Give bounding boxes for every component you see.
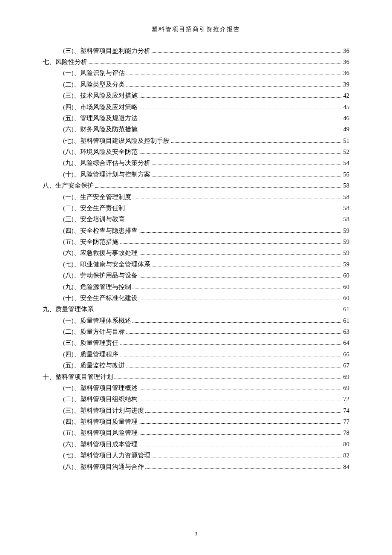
toc-leader-dots — [152, 48, 342, 53]
toc-entry-page: 59 — [343, 250, 350, 256]
toc-entry: (三)、安全培训与教育58 — [43, 214, 349, 225]
toc-entry-page: 61 — [343, 306, 350, 312]
toc-leader-dots — [139, 127, 342, 131]
toc-leader-dots — [139, 273, 342, 278]
toc-entry-label: (二)、安全生产责任制 — [63, 205, 125, 211]
toc-entry-page: 58 — [343, 216, 350, 223]
toc-entry: (三)、质量管理责任64 — [43, 338, 349, 349]
toc-leader-dots — [120, 340, 342, 345]
toc-entry: (八)、劳动保护用品与设备60 — [43, 270, 349, 281]
toc-entry-label: (一)、塑料管项目管理概述 — [63, 385, 138, 391]
toc-leader-dots — [126, 205, 342, 210]
toc-leader-dots — [152, 160, 342, 165]
toc-entry-page: 72 — [343, 396, 350, 402]
toc-entry-label: (二)、风险类型及分类 — [63, 81, 125, 88]
toc-leader-dots — [95, 306, 342, 311]
toc-leader-dots — [139, 250, 342, 255]
toc-entry-label: (七)、职业健康与安全管理体系 — [63, 261, 150, 268]
toc-entry-page: 59 — [343, 228, 350, 234]
toc-leader-dots — [139, 116, 342, 120]
toc-leader-dots — [126, 82, 342, 87]
toc-entry: (七)、职业健康与安全管理体系59 — [43, 259, 349, 270]
toc-entry-page: 46 — [343, 115, 350, 121]
toc-entry: (一)、质量管理体系概述61 — [43, 315, 349, 326]
toc-leader-dots — [139, 104, 342, 109]
toc-leader-dots — [139, 396, 342, 401]
toc-leader-dots — [139, 442, 342, 446]
toc-entry-label: (三)、技术风险及应对措施 — [63, 92, 138, 99]
toc-entry-page: 45 — [343, 104, 350, 110]
toc-entry-label: 七、风险性分析 — [43, 59, 87, 65]
toc-entry-page: 80 — [343, 441, 350, 448]
toc-entry: (四)、质量管理程序66 — [43, 349, 349, 360]
toc-entry-page: 52 — [343, 149, 350, 155]
toc-entry-page: 58 — [343, 182, 350, 189]
toc-leader-dots — [139, 149, 342, 154]
toc-entry-label: (三)、质量管理责任 — [63, 340, 118, 346]
toc-entry: (三)、塑料管项目计划与进度74 — [43, 405, 349, 416]
toc-entry-page: 39 — [343, 81, 350, 88]
toc-leader-dots — [120, 352, 342, 356]
toc-entry: (二)、塑料管项目组织结构72 — [43, 394, 349, 405]
document-page: 塑料管项目招商引资推介报告 (三)、塑料管项目盈利能力分析36七、风险性分析36… — [0, 0, 392, 489]
toc-leader-dots — [133, 194, 342, 199]
toc-entry: 八、生产安全保护58 — [43, 180, 349, 191]
toc-entry-label: 十、塑料管项目管理计划 — [43, 374, 113, 380]
toc-entry-page: 59 — [343, 239, 350, 245]
toc-leader-dots — [139, 93, 342, 98]
toc-leader-dots — [126, 217, 342, 221]
toc-entry-label: (三)、安全培训与教育 — [63, 216, 125, 223]
toc-entry-label: (八)、劳动保护用品与设备 — [63, 272, 138, 279]
toc-entry: (五)、管理风险及规避方法46 — [43, 113, 349, 124]
toc-entry: 七、风险性分析36 — [43, 56, 349, 67]
toc-entry: (六)、财务风险及防范措施49 — [43, 124, 349, 135]
toc-entry-label: (八)、塑料管项目沟通与合作 — [63, 464, 144, 470]
toc-leader-dots — [139, 430, 342, 435]
toc-leader-dots — [139, 385, 342, 390]
page-header: 塑料管项目招商引资推介报告 — [43, 26, 349, 33]
toc-leader-dots — [152, 262, 342, 266]
toc-entry-label: (七)、塑料管项目人力资源管理 — [63, 452, 150, 459]
toc-entry-page: 63 — [343, 329, 350, 335]
toc-entry-label: (三)、塑料管项目盈利能力分析 — [63, 48, 150, 54]
toc-entry-page: 69 — [343, 374, 350, 380]
toc-entry: (一)、风险识别与评估36 — [43, 68, 349, 79]
toc-entry-label: (七)、塑料管项目建设风险及控制手段 — [63, 138, 170, 144]
toc-entry: (九)、危险源管理与控制60 — [43, 281, 349, 292]
toc-entry: (九)、风险综合评估与决策分析54 — [43, 158, 349, 169]
toc-entry-label: (五)、塑料管项目风险管理 — [63, 430, 138, 436]
toc-entry-page: 78 — [343, 430, 350, 436]
toc-entry-label: (二)、质量方针与目标 — [63, 329, 125, 335]
toc-entry-page: 60 — [343, 284, 350, 290]
toc-entry: (一)、生产安全管理制度58 — [43, 191, 349, 202]
toc-entry-page: 56 — [343, 171, 350, 178]
toc-entry-label: (一)、质量管理体系概述 — [63, 318, 131, 324]
toc-entry-label: (六)、应急救援与事故处理 — [63, 250, 138, 256]
toc-entry-label: (六)、塑料管项目成本管理 — [63, 441, 138, 448]
toc-leader-dots — [126, 329, 342, 334]
toc-entry-label: (四)、市场风险及应对策略 — [63, 104, 138, 110]
toc-entry: (六)、应急救援与事故处理59 — [43, 248, 349, 259]
toc-entry: (二)、风险类型及分类39 — [43, 79, 349, 90]
toc-entry-page: 74 — [343, 408, 350, 414]
toc-entry: (七)、塑料管项目建设风险及控制手段51 — [43, 135, 349, 146]
toc-entry-label: (十)、安全生产标准化建设 — [63, 295, 138, 301]
toc-entry-page: 61 — [343, 318, 350, 324]
toc-leader-dots — [152, 453, 342, 457]
toc-entry-page: 36 — [343, 59, 350, 65]
toc-entry: (五)、塑料管项目风险管理78 — [43, 428, 349, 439]
toc-entry-label: (四)、质量管理程序 — [63, 351, 118, 358]
toc-entry: (四)、塑料管项目质量管理77 — [43, 416, 349, 427]
toc-entry-label: (一)、风险识别与评估 — [63, 70, 125, 76]
toc-entry-label: (三)、塑料管项目计划与进度 — [63, 408, 144, 414]
toc-entry-page: 59 — [343, 261, 350, 268]
toc-entry-page: 66 — [343, 351, 350, 358]
toc-entry-page: 58 — [343, 194, 350, 200]
toc-entry-page: 67 — [343, 362, 350, 369]
toc-entry: (六)、塑料管项目成本管理80 — [43, 439, 349, 450]
toc-entry: (五)、安全防范措施59 — [43, 236, 349, 247]
toc-leader-dots — [126, 70, 342, 75]
toc-entry-page: 36 — [343, 70, 350, 76]
toc-entry-page: 60 — [343, 272, 350, 279]
toc-entry-label: (九)、风险综合评估与决策分析 — [63, 160, 150, 166]
